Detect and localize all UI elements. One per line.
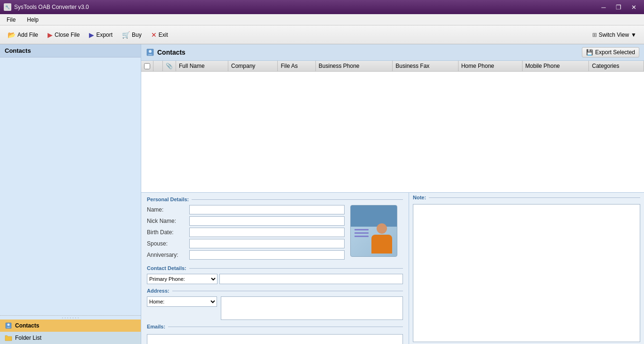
export-button[interactable]: ▶ Export bbox=[85, 29, 116, 41]
exit-icon: ✕ bbox=[151, 31, 157, 39]
address-type-dropdown[interactable]: Home: Business: Other: bbox=[147, 296, 217, 307]
col-business-phone[interactable]: Business Phone bbox=[315, 61, 393, 72]
content-title: Contacts bbox=[146, 49, 185, 56]
export-selected-icon: 💾 bbox=[586, 49, 593, 56]
svg-point-1 bbox=[8, 324, 10, 326]
col-full-name[interactable]: Full Name bbox=[176, 61, 228, 72]
anniversary-row: Anniversary: bbox=[147, 250, 345, 260]
menu-help[interactable]: Help bbox=[24, 16, 41, 24]
primary-phone-row: Primary Phone: Mobile Phone: Home Phone:… bbox=[147, 274, 403, 284]
app-title: SysTools OAB Converter v3.0 bbox=[14, 4, 89, 10]
address-title: Address: bbox=[147, 288, 403, 294]
sidebar-resize-handle: · · · · · · · bbox=[0, 316, 141, 319]
primary-phone-input[interactable] bbox=[219, 274, 403, 284]
note-content-area[interactable] bbox=[413, 204, 640, 342]
avatar-person bbox=[369, 223, 394, 256]
switch-view-button[interactable]: ⊞ Switch View ▼ bbox=[588, 30, 640, 40]
emails-title: Emails: bbox=[147, 324, 403, 329]
nick-name-input[interactable] bbox=[189, 216, 345, 226]
avatar-body bbox=[371, 235, 392, 254]
col-business-fax[interactable]: Business Fax bbox=[393, 61, 458, 72]
avatar-card-lines bbox=[354, 229, 369, 237]
nick-name-label: Nick Name: bbox=[147, 218, 189, 224]
name-row: Name: bbox=[147, 205, 345, 214]
close-button[interactable]: ✕ bbox=[627, 2, 640, 12]
nick-name-row: Nick Name: bbox=[147, 216, 345, 226]
col-home-phone[interactable]: Home Phone bbox=[458, 61, 522, 72]
add-file-label: Add File bbox=[17, 32, 38, 38]
app-icon: 🔧 bbox=[4, 3, 11, 11]
sidebar-bottom: · · · · · · · Contacts Folder List bbox=[0, 315, 141, 344]
avatar-head bbox=[377, 223, 387, 234]
contact-details-title: Contact Details: bbox=[147, 265, 403, 271]
spouse-label: Spouse: bbox=[147, 240, 189, 247]
personal-details-content: Name: Nick Name: Birth Date: Spouse bbox=[147, 205, 403, 262]
spouse-row: Spouse: bbox=[147, 239, 345, 248]
personal-fields: Name: Nick Name: Birth Date: Spouse bbox=[147, 205, 345, 262]
contacts-icon bbox=[5, 322, 12, 329]
add-icon: 📂 bbox=[8, 31, 16, 39]
primary-phone-dropdown[interactable]: Primary Phone: Mobile Phone: Home Phone:… bbox=[147, 274, 217, 284]
folder-list-label: Folder List bbox=[15, 335, 41, 341]
col-mobile-phone[interactable]: Mobile Phone bbox=[522, 61, 589, 72]
buy-icon: 🛒 bbox=[122, 31, 130, 39]
address-textarea[interactable] bbox=[221, 296, 403, 320]
window-controls: ─ ❐ ✕ bbox=[597, 2, 640, 12]
export-selected-label: Export Selected bbox=[595, 49, 635, 56]
personal-details-section: Personal Details: bbox=[147, 197, 403, 202]
note-panel: Note: bbox=[409, 193, 644, 344]
spouse-input[interactable] bbox=[189, 239, 345, 248]
contacts-table-wrapper: 📎 Full Name Company File As Business Pho… bbox=[141, 61, 644, 193]
birth-date-label: Birth Date: bbox=[147, 229, 189, 236]
address-label: Address: bbox=[147, 288, 169, 294]
avatar-line-1 bbox=[354, 229, 369, 230]
contacts-label: Contacts bbox=[15, 322, 39, 329]
buy-label: Buy bbox=[132, 32, 142, 38]
contacts-table: 📎 Full Name Company File As Business Pho… bbox=[141, 61, 644, 72]
details-left: Personal Details: Name: Nick Name: bbox=[141, 193, 409, 344]
switch-view-label: Switch View bbox=[599, 32, 629, 38]
name-input[interactable] bbox=[189, 205, 345, 214]
switch-view-arrow: ▼ bbox=[631, 32, 636, 38]
birth-date-input[interactable] bbox=[189, 228, 345, 237]
col-attach: 📎 bbox=[163, 61, 176, 72]
exit-button[interactable]: ✕ Exit bbox=[147, 29, 172, 41]
menu-bar: File Help bbox=[0, 14, 644, 25]
contact-details-section: Contact Details: Primary Phone: Mobile P… bbox=[147, 265, 403, 284]
sidebar-item-contacts[interactable]: Contacts bbox=[0, 319, 141, 332]
address-section: Address: Home: Business: Other: bbox=[147, 288, 403, 320]
sidebar-header: Contacts bbox=[0, 44, 141, 57]
sidebar-item-folder-list[interactable]: Folder List bbox=[0, 332, 141, 344]
personal-details-label: Personal Details: bbox=[147, 197, 189, 202]
select-all-checkbox[interactable] bbox=[144, 63, 150, 69]
switch-view-icon: ⊞ bbox=[592, 32, 597, 38]
anniversary-input[interactable] bbox=[189, 250, 345, 260]
col-company[interactable]: Company bbox=[228, 61, 278, 72]
title-bar-left: 🔧 SysTools OAB Converter v3.0 bbox=[4, 3, 89, 11]
export-selected-button[interactable]: 💾 Export Selected bbox=[582, 47, 639, 57]
emails-textarea[interactable] bbox=[147, 334, 403, 344]
title-bar: 🔧 SysTools OAB Converter v3.0 ─ ❐ ✕ bbox=[0, 0, 644, 14]
toolbar: 📂 Add File ▶ Close File ▶ Export 🛒 Buy ✕… bbox=[0, 25, 644, 44]
col-file-as[interactable]: File As bbox=[278, 61, 315, 72]
close-file-icon: ▶ bbox=[48, 31, 53, 39]
details-pane: Personal Details: Name: Nick Name: bbox=[141, 193, 644, 344]
contacts-pane-title: Contacts bbox=[157, 49, 185, 56]
col-check bbox=[141, 61, 153, 72]
close-file-label: Close File bbox=[55, 32, 80, 38]
add-file-button[interactable]: 📂 Add File bbox=[4, 29, 42, 41]
col-categories[interactable]: Categories bbox=[589, 61, 644, 72]
emails-section: Emails: bbox=[147, 324, 403, 344]
anniversary-label: Anniversary: bbox=[147, 252, 189, 258]
menu-file[interactable]: File bbox=[4, 16, 18, 24]
note-label: Note: bbox=[413, 195, 426, 200]
address-row: Home: Business: Other: bbox=[147, 296, 403, 320]
contact-avatar bbox=[350, 205, 397, 257]
buy-button[interactable]: 🛒 Buy bbox=[118, 29, 145, 41]
note-section-header: Note: bbox=[409, 193, 644, 202]
maximize-button[interactable]: ❐ bbox=[612, 2, 625, 12]
minimize-button[interactable]: ─ bbox=[597, 2, 610, 12]
col-flag bbox=[153, 61, 163, 72]
export-label: Export bbox=[96, 32, 113, 38]
close-file-button[interactable]: ▶ Close File bbox=[44, 29, 83, 41]
